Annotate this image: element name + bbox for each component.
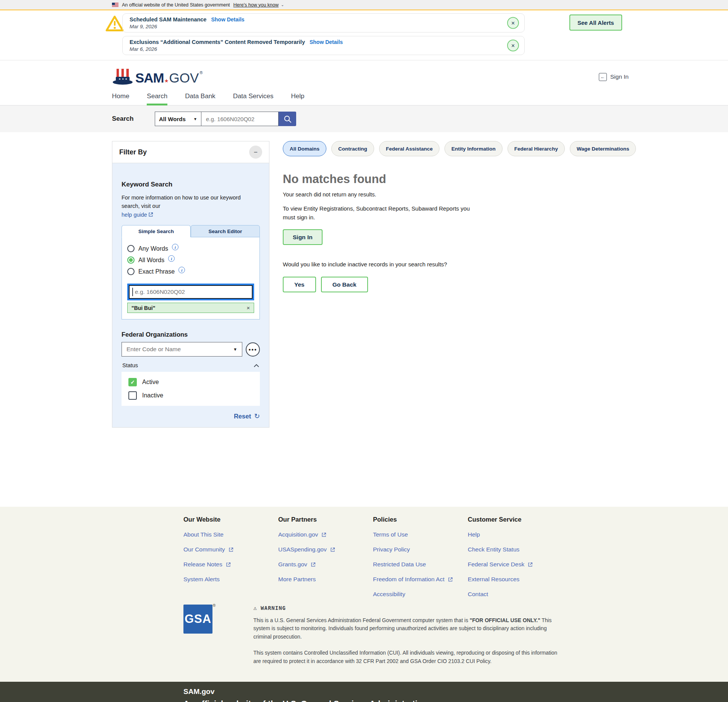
- footer-link-grants-gov[interactable]: Grants.gov: [278, 561, 373, 568]
- footer-link-label: Grants.gov: [278, 561, 307, 568]
- footer-heading: Our Website: [183, 516, 278, 523]
- keyword-info-text: For more information on how to use our k…: [122, 193, 260, 219]
- footer-link-restricted-data-use[interactable]: Restricted Data Use: [373, 561, 468, 568]
- sam-gov-logo[interactable]: ★ ★ ★ SAM ★ GOV ®: [112, 68, 203, 86]
- footer-link-our-community[interactable]: Our Community: [183, 546, 278, 553]
- main-nav: Home Search Data Bank Data Services Help: [0, 90, 728, 105]
- footer-link-about-this-site[interactable]: About This Site: [183, 531, 278, 538]
- see-all-alerts-button[interactable]: See All Alerts: [569, 15, 622, 31]
- top-search-input[interactable]: [201, 112, 279, 126]
- search-submit-button[interactable]: [279, 112, 296, 126]
- footer-link-foia[interactable]: Freedom of Information Act: [373, 576, 468, 583]
- domain-pill-contracting[interactable]: Contracting: [331, 141, 374, 156]
- footer: Our Website About This Site Our Communit…: [0, 507, 728, 682]
- collapse-filter-button[interactable]: −: [249, 146, 262, 159]
- page-body: Filter By − Keyword Search For more info…: [0, 132, 728, 507]
- status-header[interactable]: Status: [122, 362, 259, 368]
- go-back-button[interactable]: Go Back: [321, 277, 368, 292]
- nav-item-help[interactable]: Help: [291, 92, 304, 105]
- sign-in-button[interactable]: Sign In: [283, 229, 323, 245]
- minus-icon: −: [254, 149, 258, 156]
- registered-mark: ®: [199, 70, 203, 75]
- header-sign-in-link[interactable]: ← Sign In: [599, 73, 629, 81]
- footer-link-system-alerts[interactable]: System Alerts: [183, 576, 278, 583]
- footer-link-label: About This Site: [183, 531, 224, 538]
- nav-item-data-bank[interactable]: Data Bank: [185, 92, 215, 105]
- reset-filters-link[interactable]: Reset ↻: [122, 412, 260, 420]
- uncle-sam-hat-icon: ★ ★ ★: [112, 68, 133, 86]
- footer-col-our-partners: Our Partners Acquisition.gov USASpending…: [278, 516, 373, 598]
- info-icon[interactable]: i: [178, 267, 185, 273]
- ellipsis-icon: ●●●: [248, 347, 257, 352]
- footer-link-accessibility[interactable]: Accessibility: [373, 591, 468, 598]
- close-alert-button[interactable]: ×: [507, 17, 519, 29]
- domain-pill-federal-assistance[interactable]: Federal Assistance: [379, 141, 440, 156]
- close-alert-button[interactable]: ×: [507, 40, 519, 52]
- radio-all-words[interactable]: [127, 256, 135, 264]
- footer-link-check-entity-status[interactable]: Check Entity Status: [468, 546, 563, 553]
- domain-pill-entity-information[interactable]: Entity Information: [444, 141, 503, 156]
- search-widget: All Words ▼: [155, 112, 296, 126]
- info-icon[interactable]: i: [168, 255, 175, 262]
- checkbox-inactive[interactable]: [128, 391, 137, 400]
- footer-link-privacy-policy[interactable]: Privacy Policy: [373, 546, 468, 553]
- footer-link-label: More Partners: [278, 576, 316, 583]
- radio-label: Exact Phrase: [138, 268, 175, 275]
- status-label: Status: [122, 362, 138, 368]
- how-you-know-link[interactable]: Here's how you know: [233, 2, 279, 8]
- warning-paragraph-1: This is a U.S. General Services Administ…: [253, 616, 559, 641]
- domain-pill-federal-hierarchy[interactable]: Federal Hierarchy: [507, 141, 565, 156]
- include-inactive-question: Would you like to include inactive recor…: [283, 261, 713, 268]
- gsa-logo-text: GSA: [185, 612, 211, 626]
- more-options-button[interactable]: ●●●: [246, 342, 260, 357]
- footer-link-usaspending-gov[interactable]: USASpending.gov: [278, 546, 373, 553]
- results-column: All Domains Contracting Federal Assistan…: [269, 141, 713, 292]
- nav-item-data-services[interactable]: Data Services: [233, 92, 274, 105]
- reset-icon: ↻: [254, 412, 260, 420]
- footer-link-external-resources[interactable]: External Resources: [468, 576, 563, 583]
- chevron-up-icon: [254, 364, 259, 367]
- footer-link-acquisition-gov[interactable]: Acquisition.gov: [278, 531, 373, 538]
- checkbox-active[interactable]: ✓: [128, 378, 137, 386]
- footer-link-label: Freedom of Information Act: [373, 576, 444, 583]
- footer-official-text: An official website of the U.S. General …: [183, 699, 728, 702]
- status-option-inactive: Inactive: [128, 391, 253, 400]
- federal-org-combobox[interactable]: Enter Code or Name ▼: [122, 342, 242, 357]
- alert-maintenance: Scheduled SAM Maintenance Show Details M…: [122, 13, 525, 32]
- footer-link-terms-of-use[interactable]: Terms of Use: [373, 531, 468, 538]
- footer-heading: Policies: [373, 516, 468, 523]
- search-mode-select[interactable]: All Words ▼: [155, 112, 201, 126]
- nav-item-search[interactable]: Search: [147, 92, 167, 105]
- footer-link-federal-service-desk[interactable]: Federal Service Desk: [468, 561, 563, 568]
- keyword-search-input[interactable]: [129, 285, 253, 299]
- warning-block: ⚠ WARNING This is a U.S. General Service…: [253, 605, 559, 665]
- show-details-link[interactable]: Show Details: [310, 39, 343, 45]
- show-details-link[interactable]: Show Details: [211, 16, 244, 23]
- tab-simple-search[interactable]: Simple Search: [122, 225, 191, 237]
- nav-item-home[interactable]: Home: [112, 92, 129, 105]
- search-strip: Search All Words ▼: [0, 105, 728, 132]
- footer-link-release-notes[interactable]: Release Notes: [183, 561, 278, 568]
- tab-search-editor[interactable]: Search Editor: [191, 225, 260, 237]
- yes-button[interactable]: Yes: [283, 277, 316, 292]
- help-guide-link[interactable]: help guide: [122, 212, 153, 218]
- footer-link-help[interactable]: Help: [468, 531, 563, 538]
- domain-pill-all-domains[interactable]: All Domains: [283, 141, 326, 156]
- external-link-icon: [148, 212, 153, 217]
- dark-footer: SAM.gov An official website of the U.S. …: [0, 682, 728, 702]
- footer-link-more-partners[interactable]: More Partners: [278, 576, 373, 583]
- footer-link-contact[interactable]: Contact: [468, 591, 563, 598]
- external-link-icon: [330, 547, 335, 552]
- chip-close-icon[interactable]: ×: [246, 305, 250, 311]
- radio-exact-phrase[interactable]: [127, 268, 135, 275]
- chevron-down-icon[interactable]: ⌄: [281, 3, 284, 7]
- info-icon[interactable]: i: [172, 244, 178, 250]
- footer-link-label: Accessibility: [373, 591, 405, 598]
- radio-any-words[interactable]: [127, 245, 135, 252]
- warning-paragraph-2: This system contains Controlled Unclassi…: [253, 649, 559, 665]
- domain-pill-wage-determinations[interactable]: Wage Determinations: [570, 141, 636, 156]
- help-guide-label: help guide: [122, 212, 147, 218]
- chip-label: "Bui Bui": [131, 305, 155, 311]
- federal-org-placeholder: Enter Code or Name: [126, 346, 181, 353]
- warning-triangle-icon: [105, 15, 124, 34]
